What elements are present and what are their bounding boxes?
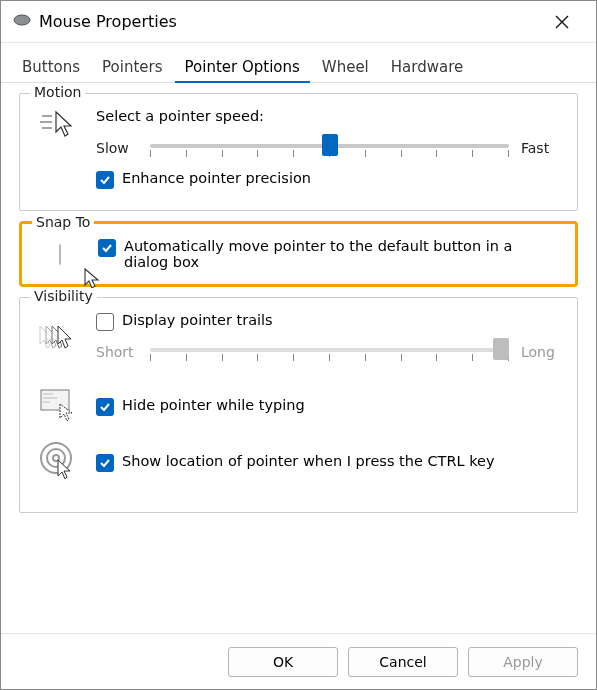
ctrl-locate-checkbox[interactable] [96, 454, 114, 472]
motion-group: Motion Select a pointer speed: Slow [19, 93, 578, 211]
hide-pointer-icon [38, 386, 78, 426]
enhance-precision-label: Enhance pointer precision [122, 170, 311, 186]
hide-pointer-label: Hide pointer while typing [122, 397, 305, 413]
snap-to-group: Snap To Automatically move [19, 221, 578, 287]
ok-button[interactable]: OK [228, 647, 338, 677]
tab-hardware[interactable]: Hardware [380, 51, 474, 82]
visibility-group-label: Visibility [30, 288, 97, 304]
pointer-trails-checkbox[interactable] [96, 313, 114, 331]
tab-pointer-options[interactable]: Pointer Options [174, 51, 311, 82]
visibility-group: Visibility [19, 297, 578, 513]
pointer-trails-label: Display pointer trails [122, 312, 273, 328]
pointer-speed-slider[interactable] [150, 134, 509, 162]
pointer-trails-slider [150, 338, 509, 366]
motion-group-label: Motion [30, 84, 85, 100]
pointer-speed-heading: Select a pointer speed: [96, 108, 563, 124]
trails-long-label: Long [521, 344, 563, 360]
tab-wheel[interactable]: Wheel [311, 51, 380, 82]
enhance-precision-checkbox[interactable] [96, 171, 114, 189]
mouse-properties-window: Mouse Properties Buttons Pointers Pointe… [0, 0, 597, 690]
speed-fast-label: Fast [521, 140, 563, 156]
tab-buttons[interactable]: Buttons [11, 51, 91, 82]
trails-short-label: Short [96, 344, 138, 360]
cancel-button[interactable]: Cancel [348, 647, 458, 677]
window-title: Mouse Properties [39, 12, 540, 31]
ctrl-locate-icon [38, 440, 78, 484]
snap-to-icon [59, 245, 61, 264]
close-icon [555, 15, 569, 29]
snap-to-checkbox[interactable] [98, 239, 116, 257]
tabstrip: Buttons Pointers Pointer Options Wheel H… [1, 43, 596, 83]
pointer-speed-icon [38, 108, 78, 146]
apply-button[interactable]: Apply [468, 647, 578, 677]
tab-content: Motion Select a pointer speed: Slow [1, 83, 596, 633]
snap-to-label: Automatically move pointer to the defaul… [124, 238, 561, 270]
mouse-icon [13, 12, 31, 31]
ctrl-locate-label: Show location of pointer when I press th… [122, 453, 495, 469]
svg-point-0 [14, 15, 30, 25]
titlebar: Mouse Properties [1, 1, 596, 43]
close-button[interactable] [540, 6, 584, 38]
tab-pointers[interactable]: Pointers [91, 51, 173, 82]
speed-slow-label: Slow [96, 140, 138, 156]
hide-pointer-checkbox[interactable] [96, 398, 114, 416]
pointer-trails-icon [36, 322, 80, 362]
snap-to-group-label: Snap To [32, 214, 94, 230]
dialog-footer: OK Cancel Apply [1, 633, 596, 689]
